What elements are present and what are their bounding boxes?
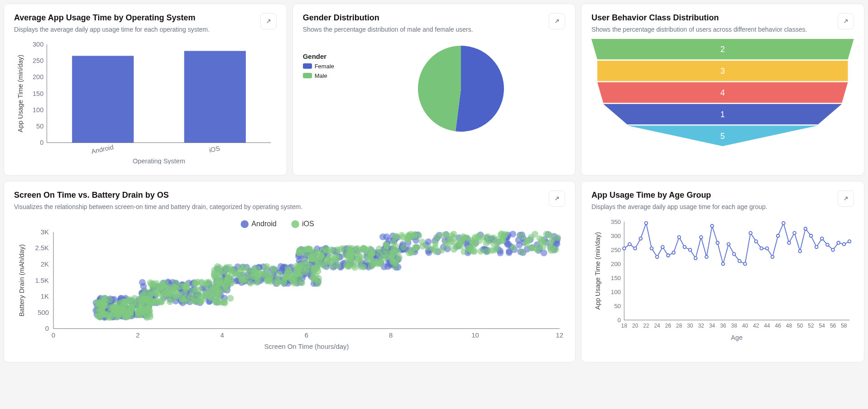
- svg-text:Screen On Time (hours/day): Screen On Time (hours/day): [264, 343, 349, 350]
- svg-point-1196: [483, 240, 490, 247]
- svg-text:350: 350: [611, 219, 621, 225]
- svg-text:48: 48: [786, 323, 792, 329]
- svg-text:200: 200: [611, 261, 621, 267]
- svg-text:42: 42: [753, 323, 759, 329]
- svg-text:24: 24: [654, 323, 661, 329]
- expand-button[interactable]: [549, 190, 565, 207]
- svg-point-1005: [335, 262, 341, 269]
- svg-text:34: 34: [709, 323, 715, 329]
- svg-point-1000: [280, 277, 287, 284]
- svg-point-1241: [538, 237, 545, 244]
- svg-point-1121: [361, 246, 368, 252]
- svg-point-868: [173, 294, 180, 300]
- svg-text:12: 12: [556, 332, 564, 339]
- svg-point-758: [102, 299, 109, 305]
- svg-text:App Usage Time (min/day): App Usage Time (min/day): [595, 232, 602, 309]
- svg-point-992: [257, 271, 264, 277]
- svg-text:0: 0: [45, 325, 49, 332]
- svg-point-619: [379, 233, 386, 240]
- svg-text:300: 300: [611, 233, 621, 239]
- svg-text:1.5K: 1.5K: [35, 277, 49, 284]
- svg-point-1227: [550, 245, 556, 252]
- svg-point-1223: [525, 237, 532, 244]
- svg-point-1291: [711, 224, 714, 228]
- svg-text:44: 44: [764, 323, 771, 329]
- svg-point-960: [250, 266, 257, 272]
- svg-point-853: [212, 299, 219, 305]
- svg-point-1293: [722, 262, 725, 266]
- expand-icon: [842, 18, 849, 25]
- svg-point-1103: [365, 257, 372, 263]
- svg-point-1224: [384, 243, 390, 249]
- svg-text:18: 18: [621, 323, 628, 329]
- svg-point-754: [101, 310, 108, 317]
- svg-point-1284: [672, 251, 676, 254]
- svg-text:20: 20: [632, 323, 638, 329]
- svg-point-761: [95, 308, 101, 315]
- bar-chart: 050100150200250300AndroidiOSOperating Sy…: [14, 39, 277, 166]
- svg-point-1316: [848, 240, 851, 243]
- svg-point-1138: [519, 248, 526, 255]
- svg-point-1314: [837, 241, 840, 244]
- svg-point-1290: [705, 255, 708, 258]
- svg-point-753: [107, 314, 114, 321]
- card-title: Screen On Time vs. Battery Drain by OS: [14, 190, 544, 200]
- svg-text:Android: Android: [251, 219, 277, 228]
- svg-point-264: [139, 279, 146, 286]
- expand-button[interactable]: [260, 13, 277, 29]
- svg-point-1296: [738, 260, 741, 263]
- svg-point-1206: [472, 234, 479, 241]
- svg-text:2K: 2K: [41, 261, 49, 268]
- svg-point-990: [264, 276, 271, 283]
- svg-point-1302: [771, 255, 774, 258]
- svg-text:22: 22: [643, 323, 650, 329]
- svg-point-757: [135, 311, 142, 318]
- svg-point-1298: [749, 231, 753, 234]
- expand-button[interactable]: [838, 190, 854, 207]
- svg-point-1109: [390, 259, 397, 266]
- svg-point-1111: [348, 253, 355, 260]
- svg-point-1092: [345, 246, 352, 253]
- card-scatter: Screen On Time vs. Battery Drain by OS V…: [4, 181, 575, 362]
- svg-point-1283: [667, 254, 670, 257]
- svg-point-1001: [297, 271, 304, 277]
- svg-point-1095: [313, 255, 320, 262]
- svg-point-1276: [628, 243, 632, 246]
- svg-point-1303: [777, 234, 780, 238]
- svg-point-1312: [826, 243, 829, 247]
- svg-point-983: [312, 272, 319, 279]
- legend-item-female: Female: [303, 63, 357, 70]
- card-title: User Behavior Class Distribution: [591, 13, 833, 23]
- svg-point-1235: [481, 234, 488, 241]
- svg-point-1102: [356, 253, 363, 260]
- card-subtitle: Visualizes the relationship between scre…: [14, 203, 544, 212]
- svg-point-1195: [477, 248, 484, 255]
- svg-point-1226: [443, 231, 450, 238]
- svg-point-881: [144, 297, 151, 304]
- svg-point-1202: [445, 243, 451, 249]
- svg-text:2: 2: [720, 45, 725, 54]
- svg-point-1184: [540, 243, 547, 250]
- svg-point-1279: [645, 222, 648, 225]
- expand-button[interactable]: [838, 13, 854, 29]
- svg-text:Battery Drain (mAh/day): Battery Drain (mAh/day): [18, 244, 25, 317]
- svg-point-40: [291, 220, 299, 228]
- svg-point-1275: [623, 247, 626, 250]
- svg-text:50: 50: [614, 303, 621, 309]
- svg-point-1240: [502, 231, 508, 238]
- svg-point-876: [152, 299, 159, 305]
- svg-point-1129: [400, 244, 407, 251]
- svg-text:0: 0: [40, 139, 43, 146]
- svg-point-999: [295, 279, 302, 286]
- svg-point-1233: [406, 249, 412, 256]
- svg-text:150: 150: [33, 90, 43, 97]
- svg-point-1229: [457, 243, 464, 250]
- svg-text:40: 40: [742, 323, 748, 329]
- svg-point-1236: [390, 239, 397, 246]
- legend-swatch: [303, 73, 312, 78]
- card-behavior: User Behavior Class Distribution Shows t…: [581, 4, 864, 176]
- svg-point-822: [167, 298, 173, 305]
- expand-button[interactable]: [549, 13, 565, 29]
- svg-point-1199: [416, 233, 422, 239]
- svg-point-1295: [733, 252, 736, 256]
